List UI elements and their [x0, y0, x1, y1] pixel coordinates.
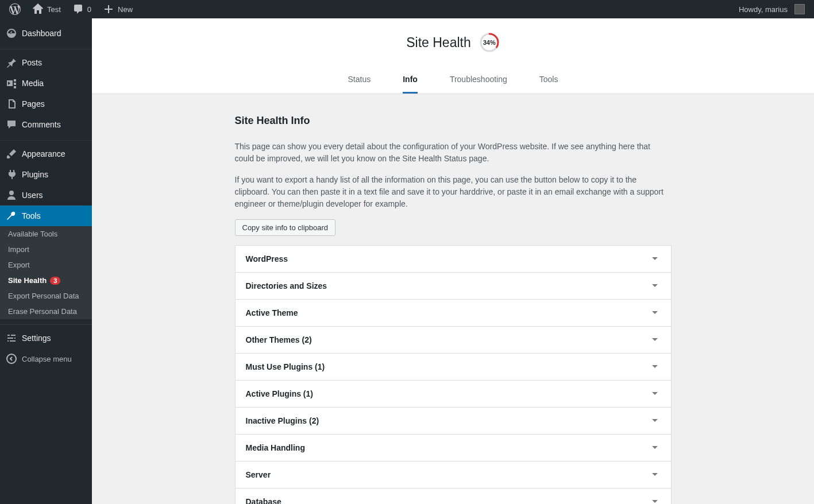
accordion-title: Other Themes (2) — [246, 335, 312, 344]
tab-troubleshooting[interactable]: Troubleshooting — [450, 69, 507, 94]
plug-icon — [6, 169, 17, 180]
chevron-down-icon — [649, 415, 661, 427]
info-accordion: WordPressDirectories and SizesActive The… — [235, 245, 672, 504]
accordion-item[interactable]: Must Use Plugins (1) — [236, 354, 671, 381]
tab-tools[interactable]: Tools — [539, 69, 558, 94]
accordion-title: WordPress — [246, 254, 288, 263]
sidebar-item-plugins[interactable]: Plugins — [0, 164, 92, 185]
home-icon — [32, 3, 44, 15]
sidebar-label: Pages — [22, 99, 45, 108]
submenu-erase-personal[interactable]: Erase Personal Data — [0, 304, 92, 319]
sidebar-item-comments[interactable]: Comments — [0, 114, 92, 135]
toolbar-left: Test 0 New — [5, 0, 137, 18]
notification-badge: 3 — [50, 277, 60, 285]
submenu-import[interactable]: Import — [0, 242, 92, 257]
admin-sidebar: Dashboard Posts Media Pages Comments App… — [0, 18, 92, 504]
brush-icon — [6, 148, 17, 160]
sidebar-item-dashboard[interactable]: Dashboard — [0, 23, 92, 44]
chevron-down-icon — [649, 469, 661, 480]
dashboard-icon — [6, 28, 17, 39]
separator — [0, 322, 92, 325]
accordion-item[interactable]: WordPress — [236, 246, 671, 273]
collapse-icon — [6, 353, 17, 365]
separator — [0, 138, 92, 141]
tab-info[interactable]: Info — [403, 69, 418, 94]
copy-clipboard-button[interactable]: Copy site info to clipboard — [235, 219, 336, 236]
account-link[interactable]: Howdy, marius — [734, 0, 809, 18]
chevron-down-icon — [649, 253, 661, 265]
sidebar-item-media[interactable]: Media — [0, 73, 92, 94]
accordion-title: Active Plugins (1) — [246, 389, 313, 398]
accordion-item[interactable]: Active Plugins (1) — [236, 381, 671, 408]
admin-toolbar: Test 0 New Howdy, marius — [0, 0, 814, 18]
page-title: Site Health — [406, 35, 471, 51]
submenu-export-personal[interactable]: Export Personal Data — [0, 288, 92, 304]
new-content-link[interactable]: New — [98, 0, 137, 18]
accordion-item[interactable]: Active Theme — [236, 300, 671, 327]
sidebar-item-pages[interactable]: Pages — [0, 94, 92, 114]
chevron-down-icon — [649, 388, 661, 400]
sidebar-item-posts[interactable]: Posts — [0, 52, 92, 73]
sidebar-label: Comments — [22, 120, 61, 129]
sliders-icon — [6, 332, 17, 344]
sidebar-label: Users — [22, 191, 43, 200]
sidebar-label: Appearance — [22, 149, 65, 158]
description-text: This page can show you every detail abou… — [235, 141, 672, 165]
toolbar-right: Howdy, marius — [734, 0, 809, 18]
page-header: Site Health 34% Status Info Troubleshoot… — [92, 18, 814, 94]
progress-text: 34% — [479, 32, 500, 53]
tabs: Status Info Troubleshooting Tools — [92, 69, 814, 94]
submenu-export[interactable]: Export — [0, 257, 92, 273]
collapse-label: Collapse menu — [22, 355, 72, 363]
sidebar-item-settings[interactable]: Settings — [0, 328, 92, 348]
accordion-item[interactable]: Directories and Sizes — [236, 273, 671, 300]
tab-status[interactable]: Status — [348, 69, 371, 94]
collapse-menu[interactable]: Collapse menu — [0, 348, 92, 369]
pages-icon — [6, 98, 17, 110]
sidebar-label: Dashboard — [22, 29, 61, 38]
accordion-item[interactable]: Inactive Plugins (2) — [236, 408, 671, 435]
sidebar-item-appearance[interactable]: Appearance — [0, 144, 92, 164]
comment-icon — [6, 119, 17, 130]
accordion-title: Must Use Plugins (1) — [246, 362, 325, 371]
accordion-title: Inactive Plugins (2) — [246, 416, 319, 425]
chevron-down-icon — [649, 442, 661, 453]
sidebar-item-tools[interactable]: Tools — [0, 206, 92, 226]
accordion-item[interactable]: Media Handling — [236, 435, 671, 462]
sidebar-label: Settings — [22, 334, 51, 343]
svg-point-0 — [7, 354, 16, 363]
separator — [0, 46, 92, 49]
avatar — [794, 4, 805, 14]
submenu-available-tools[interactable]: Available Tools — [0, 226, 92, 242]
chevron-down-icon — [649, 307, 661, 319]
site-name-link[interactable]: Test — [28, 0, 65, 18]
sidebar-item-users[interactable]: Users — [0, 185, 92, 206]
plus-icon — [103, 3, 114, 15]
accordion-item[interactable]: Server — [236, 462, 671, 489]
sidebar-label: Plugins — [22, 170, 48, 179]
submenu-site-health[interactable]: Site Health 3 — [0, 273, 92, 288]
wrench-icon — [6, 210, 17, 222]
main-panel: Site Health Info This page can show you … — [223, 94, 683, 504]
sidebar-label: Media — [22, 79, 44, 88]
sidebar-label: Tools — [22, 211, 41, 220]
progress-indicator: 34% — [479, 32, 500, 53]
accordion-title: Media Handling — [246, 443, 305, 452]
section-heading: Site Health Info — [235, 115, 672, 127]
accordion-item[interactable]: Database — [236, 489, 671, 504]
user-icon — [6, 189, 17, 201]
wp-logo[interactable] — [5, 0, 25, 18]
accordion-title: Server — [246, 470, 271, 479]
description-text: If you want to export a handy list of al… — [235, 174, 672, 210]
accordion-title: Active Theme — [246, 308, 298, 317]
chevron-down-icon — [649, 334, 661, 346]
sidebar-label: Posts — [22, 58, 42, 67]
media-icon — [6, 77, 17, 89]
comments-link[interactable]: 0 — [68, 0, 96, 18]
accordion-item[interactable]: Other Themes (2) — [236, 327, 671, 354]
comments-count: 0 — [87, 5, 91, 14]
site-name-text: Test — [47, 5, 61, 14]
wordpress-icon — [9, 3, 21, 15]
howdy-text: Howdy, marius — [739, 5, 788, 14]
chevron-down-icon — [649, 496, 661, 504]
